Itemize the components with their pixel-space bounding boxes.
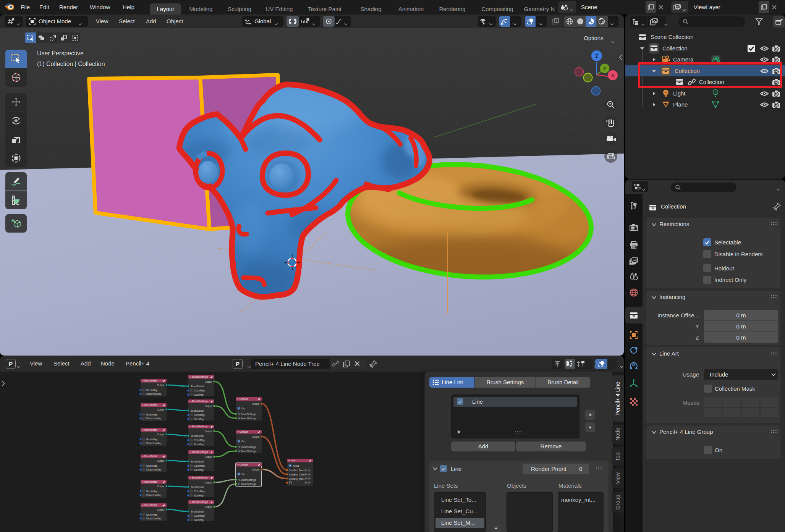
svg-text:ColorMap: ColorMap bbox=[194, 490, 205, 493]
svg-text:SizeMap: SizeMap bbox=[194, 469, 204, 472]
svg-text:BrushDetail: BrushDetail bbox=[144, 379, 158, 382]
svg-text:Output: Output bbox=[252, 435, 259, 438]
svg-text:V BrushSettings: V BrushSettings bbox=[238, 413, 256, 416]
svg-text:Output: Output bbox=[205, 405, 212, 408]
svg-text:BrushSettings: BrushSettings bbox=[192, 425, 208, 428]
svg-text:BrushDetail: BrushDetail bbox=[144, 480, 158, 483]
svg-text:ColorMap: ColorMap bbox=[194, 464, 205, 467]
svg-text:BrushDetail: BrushDetail bbox=[191, 435, 204, 437]
svg-text:BrushDetail: BrushDetail bbox=[191, 409, 204, 412]
svg-text:BrushSettings: BrushSettings bbox=[192, 451, 208, 454]
svg-text:BrushDetail: BrushDetail bbox=[144, 404, 158, 406]
svg-text:Output: Output bbox=[205, 380, 212, 383]
svg-text:ColorMap: ColorMap bbox=[194, 514, 205, 517]
svg-text:BrushMap: BrushMap bbox=[146, 389, 158, 392]
svg-text:V BrushSettings: V BrushSettings bbox=[238, 479, 256, 482]
svg-text:On: On bbox=[241, 407, 245, 410]
svg-text:ColorMap: ColorMap bbox=[194, 389, 205, 392]
svg-text:DistortionMap: DistortionMap bbox=[146, 468, 162, 471]
svg-text:BrushSettings: BrushSettings bbox=[192, 501, 208, 504]
svg-text:LineSet_Mon..: LineSet_Mon.. bbox=[289, 477, 305, 480]
svg-text:Line: Line bbox=[291, 459, 296, 462]
svg-text:Output: Output bbox=[252, 468, 259, 471]
svg-text:H BrushSettings: H BrushSettings bbox=[238, 417, 256, 420]
svg-text:BrushMap: BrushMap bbox=[146, 438, 158, 441]
svg-text:DistortionMap: DistortionMap bbox=[146, 442, 162, 445]
svg-text:BrushDetail: BrushDetail bbox=[191, 385, 204, 388]
svg-text:X: X bbox=[611, 73, 614, 78]
svg-text:Z: Z bbox=[595, 53, 598, 59]
svg-text:ColorMap: ColorMap bbox=[194, 439, 205, 442]
svg-text:On: On bbox=[241, 440, 245, 443]
svg-text:SizeMap: SizeMap bbox=[194, 519, 204, 522]
svg-text:Output: Output bbox=[157, 384, 164, 387]
svg-text:BrushDetail: BrushDetail bbox=[191, 460, 204, 463]
svg-text:H BrushSettings: H BrushSettings bbox=[238, 483, 256, 486]
svg-text:Output: Output bbox=[157, 408, 164, 411]
svg-text:LineSet: LineSet bbox=[240, 463, 248, 466]
svg-text:BrushMap: BrushMap bbox=[146, 413, 158, 416]
svg-text:LineSet_Cube: LineSet_Cube bbox=[289, 473, 305, 476]
svg-text:Output: Output bbox=[157, 508, 164, 511]
svg-text:BrushDetail: BrushDetail bbox=[191, 486, 204, 488]
svg-text:BrushSettings: BrushSettings bbox=[192, 400, 208, 403]
svg-text:BrushDetail: BrushDetail bbox=[144, 429, 158, 431]
svg-text:BrushSettings: BrushSettings bbox=[192, 476, 208, 479]
svg-text:LineSet_Torus: LineSet_Torus bbox=[289, 469, 305, 472]
svg-text:Active: Active bbox=[293, 464, 299, 467]
svg-text:BrushDetail: BrushDetail bbox=[144, 504, 158, 506]
svg-text:Output: Output bbox=[205, 481, 212, 484]
svg-text:BrushMap: BrushMap bbox=[146, 513, 158, 516]
svg-text:SizeMap: SizeMap bbox=[194, 418, 204, 421]
svg-text:LineSet: LineSet bbox=[240, 398, 248, 400]
svg-text:LineSet: LineSet bbox=[240, 430, 248, 433]
svg-text:BrushSettings: BrushSettings bbox=[192, 375, 208, 378]
svg-text:BrushMap: BrushMap bbox=[146, 490, 158, 493]
svg-text:Y: Y bbox=[603, 66, 606, 71]
svg-text:V BrushSettings: V BrushSettings bbox=[238, 446, 256, 449]
svg-text:BrushDetail: BrushDetail bbox=[144, 455, 158, 458]
svg-text:Output: Output bbox=[252, 403, 259, 406]
svg-text:DistortionMap: DistortionMap bbox=[146, 517, 162, 520]
svg-text:DistortionMap: DistortionMap bbox=[146, 417, 162, 420]
svg-text:SizeMap: SizeMap bbox=[194, 443, 204, 446]
svg-text:On: On bbox=[241, 473, 245, 475]
svg-text:Output: Output bbox=[157, 459, 164, 462]
svg-text:ColorMap: ColorMap bbox=[194, 414, 205, 417]
svg-text:DistortionMap: DistortionMap bbox=[146, 393, 162, 396]
svg-text:Output: Output bbox=[157, 433, 164, 436]
svg-text:Output: Output bbox=[157, 485, 164, 488]
svg-text:SizeMap: SizeMap bbox=[194, 494, 204, 497]
svg-text:H BrushSettings: H BrushSettings bbox=[238, 450, 256, 453]
svg-text:Output: Output bbox=[205, 456, 212, 459]
svg-text:BrushDetail: BrushDetail bbox=[191, 510, 204, 513]
svg-text:Output: Output bbox=[205, 430, 212, 433]
svg-text:DistortionMap: DistortionMap bbox=[146, 494, 162, 497]
svg-text:SizeMap: SizeMap bbox=[194, 393, 204, 396]
svg-text:BrushMap: BrushMap bbox=[146, 464, 158, 467]
svg-text:Output: Output bbox=[205, 506, 212, 509]
